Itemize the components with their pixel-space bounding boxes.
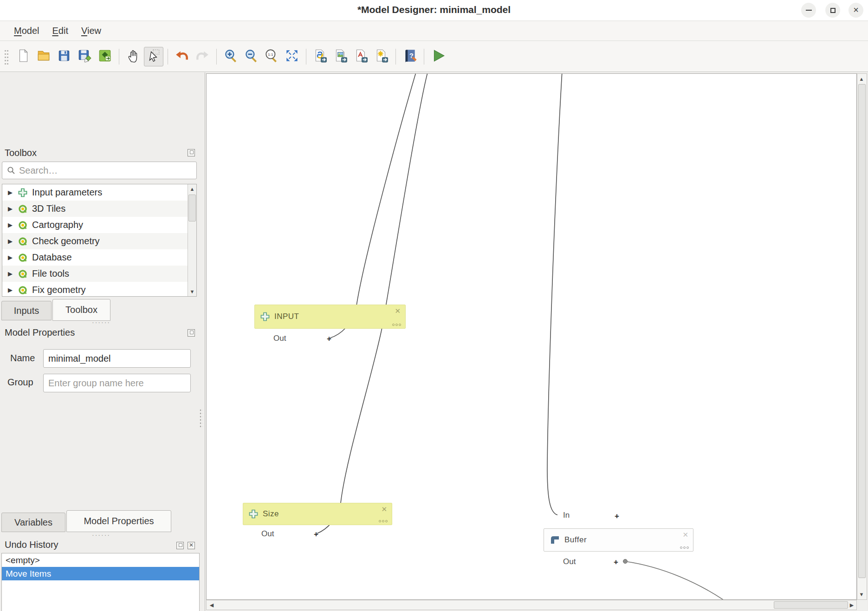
- redo-button[interactable]: [193, 47, 212, 66]
- undo-item-move-items[interactable]: Move Items: [2, 567, 199, 580]
- input-out-port-label: Out: [273, 334, 286, 343]
- undo-history-float-icon[interactable]: [176, 542, 184, 549]
- select-move-item-tool-button[interactable]: [144, 47, 163, 66]
- qgis-icon: [18, 204, 32, 214]
- toolbox-item-input-parameters[interactable]: ▶ Input parameters: [2, 184, 188, 201]
- expand-arrow-icon[interactable]: ▶: [8, 286, 18, 293]
- buffer-in-anchor[interactable]: +: [615, 512, 619, 520]
- toolbox-search-box[interactable]: [2, 162, 197, 179]
- model-canvas[interactable]: INPUT ✕ Out + Size ✕ Out + In + Buffer ✕…: [206, 73, 857, 600]
- close-button[interactable]: ×: [849, 3, 863, 18]
- tab-inputs[interactable]: Inputs: [1, 301, 52, 320]
- open-model-button[interactable]: [34, 47, 53, 66]
- splitter-dots[interactable]: ······: [92, 531, 110, 539]
- expand-arrow-icon[interactable]: ▶: [8, 221, 18, 228]
- zoom-out-button[interactable]: [241, 47, 261, 66]
- export-as-python-button[interactable]: [311, 47, 330, 66]
- edit-help-button[interactable]: ?: [400, 47, 420, 66]
- node-label: INPUT: [274, 312, 299, 321]
- model-properties-float-icon[interactable]: [188, 329, 195, 337]
- node-size[interactable]: Size ✕: [243, 503, 392, 525]
- toolbox-item-cartography[interactable]: ▶ Cartography: [2, 217, 188, 233]
- toolbar-grip[interactable]: [4, 48, 8, 65]
- buffer-out-anchor[interactable]: +: [614, 558, 618, 566]
- link-size-out: [317, 74, 428, 533]
- scroll-left-icon[interactable]: ◀: [209, 602, 214, 608]
- toolbox-float-icon[interactable]: [188, 149, 195, 156]
- search-input[interactable]: [19, 165, 196, 176]
- toolbox-item-file-tools[interactable]: ▶ File tools: [2, 266, 188, 282]
- collapse-cross-icon[interactable]: ✕: [682, 531, 688, 539]
- window-title: *Model Designer: minimal_model: [0, 4, 868, 15]
- node-input[interactable]: INPUT ✕: [254, 305, 406, 329]
- node-buffer[interactable]: Buffer ✕: [544, 528, 693, 552]
- panel-resize-handle[interactable]: [199, 409, 203, 427]
- collapse-cross-icon[interactable]: ✕: [395, 307, 401, 315]
- canvas-vertical-scrollbar[interactable]: ▲ ▼: [857, 73, 867, 600]
- toolbar: 1:1 ?: [0, 41, 868, 72]
- menu-edit[interactable]: Edit: [45, 24, 74, 38]
- buffer-icon: [550, 535, 560, 545]
- parameter-plus-icon: [249, 509, 258, 519]
- scroll-down-icon[interactable]: ▼: [188, 289, 196, 294]
- image-file-icon: [333, 48, 348, 65]
- scroll-up-icon[interactable]: ▲: [857, 76, 866, 82]
- undo-history-close-icon[interactable]: ✕: [188, 542, 195, 549]
- toolbox-item-check-geometry[interactable]: ▶ Check geometry: [2, 233, 188, 249]
- link-input-out: [330, 74, 416, 338]
- run-play-icon: [431, 48, 446, 65]
- export-as-svg-button[interactable]: [372, 47, 391, 66]
- export-as-image-button[interactable]: [331, 47, 350, 66]
- expand-arrow-icon[interactable]: ▶: [8, 205, 18, 212]
- group-label: Group: [7, 377, 33, 388]
- minimize-button[interactable]: [801, 3, 816, 18]
- save-model-button[interactable]: [54, 47, 74, 66]
- input-out-anchor[interactable]: +: [327, 335, 331, 343]
- toolbox-item-3d-tiles[interactable]: ▶ 3D Tiles: [2, 201, 188, 217]
- tab-model-properties[interactable]: Model Properties: [66, 510, 171, 532]
- scroll-right-icon[interactable]: ▶: [849, 602, 855, 608]
- toolbox-tree-scrollbar[interactable]: ▲ ▼: [188, 184, 196, 296]
- scrollbar-thumb[interactable]: [188, 195, 196, 221]
- zoom-full-button[interactable]: [282, 47, 302, 66]
- tab-variables[interactable]: Variables: [1, 513, 65, 532]
- model-name-field[interactable]: [43, 349, 191, 368]
- buffer-out-socket[interactable]: [623, 559, 628, 564]
- node-dots-icon[interactable]: [680, 546, 689, 549]
- save-model-in-project-button[interactable]: [95, 47, 115, 66]
- canvas-horizontal-scrollbar[interactable]: ◀ ▶: [206, 600, 857, 610]
- expand-arrow-icon[interactable]: ▶: [8, 189, 18, 196]
- name-label: Name: [10, 353, 35, 364]
- menu-view[interactable]: View: [75, 24, 108, 38]
- expand-arrow-icon[interactable]: ▶: [8, 238, 18, 245]
- collapse-cross-icon[interactable]: ✕: [381, 505, 387, 514]
- model-properties-panel-title: Model Properties: [5, 327, 75, 338]
- size-out-port-label: Out: [261, 529, 274, 539]
- maximize-button[interactable]: [825, 3, 840, 18]
- node-dots-icon[interactable]: [379, 520, 388, 522]
- run-model-button[interactable]: [428, 47, 448, 66]
- scrollbar-thumb[interactable]: [858, 84, 866, 578]
- scroll-down-icon[interactable]: ▼: [857, 592, 866, 597]
- scrollbar-thumb[interactable]: [774, 601, 848, 609]
- new-model-button[interactable]: [13, 47, 33, 66]
- menu-model[interactable]: Model: [7, 24, 45, 38]
- export-as-pdf-button[interactable]: [351, 47, 371, 66]
- save-model-as-button[interactable]: [75, 47, 94, 66]
- toolbox-item-fix-geometry[interactable]: ▶ Fix geometry: [2, 282, 188, 297]
- new-file-icon: [16, 48, 31, 65]
- zoom-in-button[interactable]: [221, 47, 240, 66]
- toolbox-item-database[interactable]: ▶ Database: [2, 249, 188, 266]
- scroll-up-icon[interactable]: ▲: [188, 186, 196, 192]
- model-group-field[interactable]: [43, 374, 191, 392]
- expand-arrow-icon[interactable]: ▶: [8, 254, 18, 261]
- expand-arrow-icon[interactable]: ▶: [8, 270, 18, 277]
- zoom-actual-size-button[interactable]: 1:1: [262, 47, 281, 66]
- size-out-anchor[interactable]: +: [314, 530, 318, 538]
- pan-tool-button[interactable]: [123, 47, 143, 66]
- node-dots-icon[interactable]: [392, 324, 401, 326]
- qgis-icon: [18, 269, 32, 279]
- undo-button[interactable]: [172, 47, 192, 66]
- tab-toolbox[interactable]: Toolbox: [52, 299, 110, 321]
- undo-item-empty[interactable]: <empty>: [2, 553, 199, 567]
